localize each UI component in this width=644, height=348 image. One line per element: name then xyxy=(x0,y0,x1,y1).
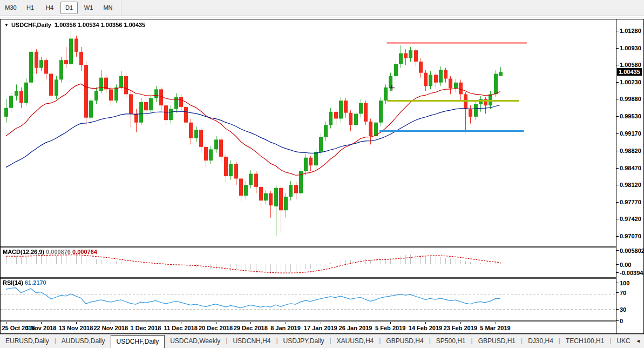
rsi-axis-tick-mark xyxy=(616,309,619,310)
price-axis-tick-label: 0.97070 xyxy=(620,233,641,239)
rsi-axis-tick-mark xyxy=(616,283,619,283)
timeframe-button-d1[interactable]: D1 xyxy=(60,2,78,14)
date-axis-label: 20 Dec 2018 xyxy=(199,325,233,331)
timeframe-button-h1[interactable]: H1 xyxy=(22,2,39,14)
macd-axis-label: 0.005802 xyxy=(620,247,644,254)
date-axis-label: 1 Dec 2018 xyxy=(128,325,163,331)
chart-tab-tech100-h1[interactable]: TECH100,H1 xyxy=(560,334,609,348)
price-axis-tick-mark xyxy=(616,82,619,83)
price-axis-tick-mark xyxy=(616,219,619,219)
date-axis-tick-mark xyxy=(286,322,286,324)
chart-tab-xauusd-h4[interactable]: XAUUSD,H4 xyxy=(331,334,379,348)
timeframe-button-m30[interactable]: M30 xyxy=(2,2,19,14)
macd-axis-tick-mark xyxy=(616,264,619,265)
price-axis-tick-mark xyxy=(616,99,619,99)
timeframe-button-h4[interactable]: H4 xyxy=(41,2,58,14)
date-axis-tick-mark xyxy=(356,322,356,324)
chart-title: ▼USDCHF,Daily 1.00356 1.00534 1.00356 1.… xyxy=(4,22,145,28)
tab-scroll-buttons: ◄► xyxy=(636,334,644,348)
price-axis-tick-mark xyxy=(616,116,619,117)
rsi-axis-label: 0 xyxy=(620,318,623,324)
macd-axis-label: -0.003945 xyxy=(620,270,644,276)
chart-tab-usdchf-daily[interactable]: USDCHF,Daily xyxy=(111,335,165,348)
date-axis-tick-mark xyxy=(41,322,42,324)
price-axis-tick-label: 1.00580 xyxy=(620,62,641,68)
price-axis-tick-mark xyxy=(616,168,619,169)
tab-scroll-left-icon[interactable]: ◄ xyxy=(636,339,641,344)
chart-ohlc-values: 1.00356 1.00534 1.00356 1.00435 xyxy=(55,22,145,28)
chart-tab-gbpusd-h4[interactable]: GBPUSD,H4 xyxy=(381,334,429,348)
date-axis-tick-mark xyxy=(425,322,426,324)
chart-tab-usdcad-weekly[interactable]: USDCAD,Weekly xyxy=(165,334,226,348)
date-axis-tick-mark xyxy=(6,322,6,324)
chart-tab-sp500-h1[interactable]: SP500,H1 xyxy=(431,334,471,348)
rsi-axis-tick-mark xyxy=(616,320,619,321)
chart-tab-dj30-h4[interactable]: DJ30,H4 xyxy=(523,334,559,348)
price-axis-tick-label: 0.98120 xyxy=(620,182,641,188)
macd-axis-label: 0.00 xyxy=(620,262,631,268)
chart-tab-audusd-daily[interactable]: AUDUSD,Daily xyxy=(56,334,111,348)
date-axis-label: 14 Feb 2019 xyxy=(408,325,443,331)
date-axis-tick-mark xyxy=(496,322,496,324)
timeframe-button-mn[interactable]: MN xyxy=(99,2,117,14)
trading-platform-screen: M30H1H4D1W1MN ▼USDCHF,Daily 1.00356 1.00… xyxy=(0,0,644,348)
date-axis-label: 5 Mar 2019 xyxy=(478,325,513,331)
date-axis-tick-mark xyxy=(390,322,391,324)
date-axis-tick-mark xyxy=(321,322,321,324)
date-axis-label: 13 Nov 2018 xyxy=(59,325,93,331)
price-axis-tick-label: 1.01280 xyxy=(620,28,641,34)
price-axis-tick-mark xyxy=(616,185,619,185)
timeframe-button-w1[interactable]: W1 xyxy=(80,2,97,14)
price-chart-canvas[interactable] xyxy=(1,19,616,246)
date-axis-label: 29 Dec 2018 xyxy=(233,325,268,331)
price-axis-tick-mark xyxy=(616,65,619,65)
date-axis-label: 26 Jan 2019 xyxy=(338,325,373,331)
date-axis[interactable]: 25 Oct 20183 Nov 201813 Nov 201822 Nov 2… xyxy=(1,322,616,333)
rsi-indicator-label: RSI(14) 61.2170 xyxy=(3,279,46,286)
price-axis-tick-label: 0.98470 xyxy=(620,165,641,171)
toolbar-separator xyxy=(121,2,122,15)
date-axis-tick-mark xyxy=(460,322,461,324)
price-axis-tick-mark xyxy=(616,202,619,203)
date-axis-tick-mark xyxy=(181,322,181,324)
macd-indicator-label: MACD(12,26,9) 0.000876 0.000764 xyxy=(3,249,97,255)
macd-signal-value: 0.000764 xyxy=(72,249,97,255)
date-axis-label: 17 Jan 2019 xyxy=(303,325,338,331)
date-axis-tick-mark xyxy=(146,322,146,324)
chart-tab-eurusd-daily[interactable]: EURUSD,Daily xyxy=(0,334,55,348)
price-axis-tick-label: 0.99530 xyxy=(620,113,641,119)
rsi-axis-tick-mark xyxy=(616,292,619,293)
chart-tab-usdcnh-h4[interactable]: USDCNH,H4 xyxy=(227,334,276,348)
chart-tab-usdjpy-daily[interactable]: USDJPY,Daily xyxy=(278,334,330,348)
chart-dropdown-icon[interactable]: ▼ xyxy=(4,23,9,28)
date-axis-label: 22 Nov 2018 xyxy=(93,325,128,331)
price-axis[interactable]: 1.00435 1.012801.009301.005801.002300.99… xyxy=(616,19,643,333)
price-axis-tick-mark xyxy=(616,133,619,134)
macd-main-value: 0.000876 xyxy=(46,249,71,255)
rsi-value: 61.2170 xyxy=(25,279,46,286)
price-axis-tick-mark xyxy=(616,48,619,49)
date-axis-tick-mark xyxy=(216,322,216,324)
rsi-pane-canvas[interactable] xyxy=(1,279,616,320)
chart-window: ▼USDCHF,Daily 1.00356 1.00534 1.00356 1.… xyxy=(0,19,644,334)
price-axis-tick-label: 0.97420 xyxy=(620,216,641,222)
price-axis-tick-label: 1.00230 xyxy=(620,79,641,85)
rsi-axis-label: 100 xyxy=(620,280,629,286)
price-axis-tick-label: 1.00930 xyxy=(620,45,641,51)
chart-tab-gbpusd-h1[interactable]: GBPUSD,H1 xyxy=(473,334,521,348)
current-price-badge: 1.00435 xyxy=(617,68,642,76)
chart-symbol-period: USDCHF,Daily xyxy=(11,22,51,28)
chart-tab-bar: EURUSD,Daily|AUDUSD,DailyUSDCHF,DailyUSD… xyxy=(0,334,644,348)
date-axis-label: 11 Dec 2018 xyxy=(164,325,198,331)
date-axis-label: 8 Jan 2019 xyxy=(268,325,303,331)
rsi-name: RSI(14) xyxy=(3,279,23,286)
price-axis-tick-mark xyxy=(616,151,619,151)
date-axis-tick-mark xyxy=(76,322,77,324)
rsi-axis-label: 30 xyxy=(620,306,626,313)
date-axis-label: 23 Feb 2019 xyxy=(443,325,478,331)
price-axis-tick-mark xyxy=(616,236,619,237)
date-axis-label: 5 Feb 2019 xyxy=(373,325,408,331)
macd-axis-tick-mark xyxy=(616,272,619,273)
chart-tab-ukc[interactable]: UKC xyxy=(611,334,635,348)
date-axis-tick-mark xyxy=(250,322,251,324)
